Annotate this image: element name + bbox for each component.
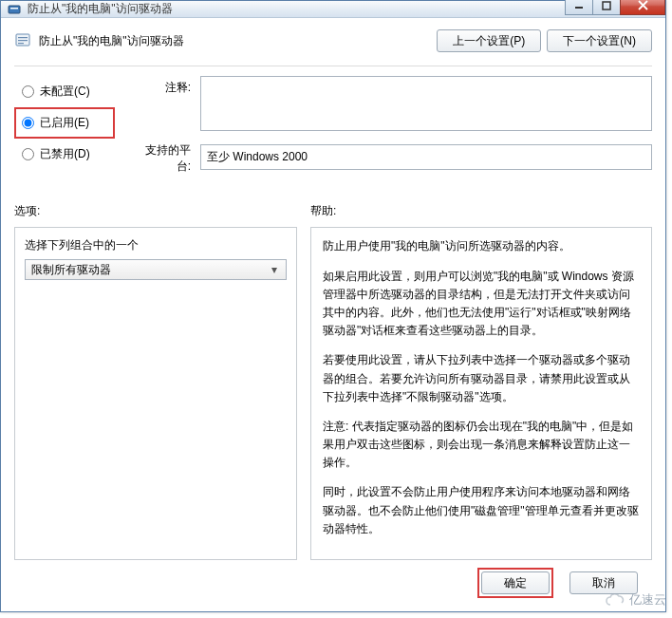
svg-rect-3 <box>603 2 610 9</box>
radio-disabled-input[interactable] <box>22 148 34 160</box>
maximize-button[interactable] <box>592 0 621 15</box>
header-row: 防止从"我的电脑"访问驱动器 上一个设置(P) 下一个设置(N) <box>14 29 652 52</box>
divider <box>14 66 652 66</box>
radio-enabled-label: 已启用(E) <box>40 115 89 131</box>
dialog-window: 防止从"我的电脑"访问驱动器 防止从"我的电脑"访问驱动器 上一个设置(P) 下… <box>0 0 666 612</box>
help-paragraph: 防止用户使用"我的电脑"访问所选驱动器的内容。 <box>323 237 640 255</box>
fields-column: 注释: 支持的平台: 至少 Windows 2000 <box>132 76 652 182</box>
radio-not-configured-label: 未配置(C) <box>40 84 90 100</box>
options-frame: 选择下列组合中的一个 限制所有驱动器 ▾ <box>14 227 297 560</box>
page-title: 防止从"我的电脑"访问驱动器 <box>39 33 431 49</box>
policy-icon <box>14 31 33 50</box>
help-paragraph: 注意: 代表指定驱动器的图标仍会出现在"我的电脑"中，但是如果用户双击这些图标，… <box>323 418 640 473</box>
footer: 确定 取消 <box>14 560 652 608</box>
minimize-button[interactable] <box>565 0 593 15</box>
help-paragraph: 同时，此设置不会防止用户使用程序来访问本地驱动器和网络驱动器。也不会防止他们使用… <box>323 483 640 538</box>
titlebar[interactable]: 防止从"我的电脑"访问驱动器 <box>1 1 665 18</box>
dialog-content: 防止从"我的电脑"访问驱动器 上一个设置(P) 下一个设置(N) 未配置(C) … <box>1 18 665 611</box>
window-controls <box>566 0 665 15</box>
config-section: 未配置(C) 已启用(E) 已禁用(D) <box>14 76 652 182</box>
svg-rect-0 <box>9 6 20 13</box>
radio-disabled-label: 已禁用(D) <box>40 146 90 162</box>
close-button[interactable] <box>620 0 665 15</box>
ok-button[interactable]: 确定 <box>481 571 550 594</box>
options-panel: 选项: 选择下列组合中的一个 限制所有驱动器 ▾ <box>14 203 297 560</box>
help-label: 帮助: <box>310 203 652 219</box>
radio-not-configured-input[interactable] <box>22 85 34 98</box>
panels: 选项: 选择下列组合中的一个 限制所有驱动器 ▾ 帮助: 防止用户使用"我的电脑… <box>14 203 652 560</box>
next-setting-button[interactable]: 下一个设置(N) <box>547 29 652 52</box>
svg-rect-9 <box>18 43 24 44</box>
cancel-button-wrap: 取消 <box>567 569 641 597</box>
restriction-dropdown[interactable]: 限制所有驱动器 ▾ <box>25 259 287 280</box>
ok-button-highlight: 确定 <box>477 568 553 598</box>
options-label: 选项: <box>14 203 297 219</box>
dropdown-value: 限制所有驱动器 <box>31 262 111 278</box>
help-panel: 帮助: 防止用户使用"我的电脑"访问所选驱动器的内容。 如果启用此设置，则用户可… <box>310 203 652 560</box>
radio-disabled[interactable]: 已禁用(D) <box>16 142 113 166</box>
comment-textarea[interactable] <box>200 76 652 131</box>
svg-rect-8 <box>18 40 28 41</box>
help-paragraph: 若要使用此设置，请从下拉列表中选择一个驱动器或多个驱动器的组合。若要允许访问所有… <box>323 351 640 406</box>
prev-setting-button[interactable]: 上一个设置(P) <box>437 29 541 52</box>
svg-rect-7 <box>18 37 28 38</box>
app-icon <box>7 2 22 17</box>
radio-not-configured[interactable]: 未配置(C) <box>16 80 113 103</box>
options-prompt: 选择下列组合中的一个 <box>25 237 287 253</box>
titlebar-text: 防止从"我的电脑"访问驱动器 <box>28 1 566 17</box>
radio-group: 未配置(C) 已启用(E) 已禁用(D) <box>14 76 115 182</box>
cancel-button[interactable]: 取消 <box>569 571 638 594</box>
svg-rect-1 <box>10 8 18 9</box>
radio-enabled[interactable]: 已启用(E) <box>16 111 113 135</box>
platform-label: 支持的平台: <box>132 139 200 175</box>
radio-enabled-input[interactable] <box>22 117 34 129</box>
help-frame[interactable]: 防止用户使用"我的电脑"访问所选驱动器的内容。 如果启用此设置，则用户可以浏览"… <box>310 227 652 560</box>
comment-label: 注释: <box>132 76 200 131</box>
chevron-down-icon: ▾ <box>267 263 282 276</box>
help-paragraph: 如果启用此设置，则用户可以浏览"我的电脑"或 Windows 资源管理器中所选驱… <box>323 268 640 341</box>
platform-value: 至少 Windows 2000 <box>200 144 652 170</box>
